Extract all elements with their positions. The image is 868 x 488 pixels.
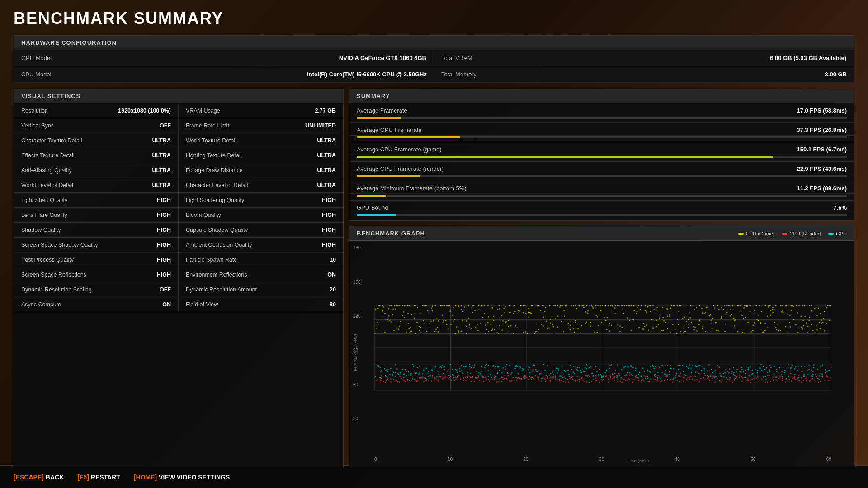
cpu-game-dot	[667, 316, 668, 317]
cpu-game-dot	[560, 305, 561, 307]
cpu-game-dot	[684, 316, 685, 318]
cpu-render-dot	[394, 380, 395, 381]
cpu-render-dot	[502, 377, 504, 378]
cpu-game-dot	[383, 306, 384, 308]
gpu-dot	[600, 374, 601, 375]
cpu-game-dot	[550, 322, 551, 324]
cpu-game-dot	[738, 305, 740, 307]
gpu-dot	[603, 375, 604, 376]
gpu-dot	[678, 369, 679, 370]
gpu-dot	[453, 375, 454, 376]
gpu-dot	[577, 367, 578, 368]
cpu-render-dot	[390, 381, 392, 383]
gpu-dot	[511, 372, 513, 373]
gpu-dot	[443, 373, 444, 374]
gpu-dot	[620, 377, 622, 379]
cpu-game-dot	[721, 318, 722, 319]
cpu-render-dot	[486, 380, 487, 381]
gpu-dot	[516, 365, 517, 366]
cpu-game-dot	[419, 330, 420, 331]
gpu-dot	[684, 374, 685, 375]
gpu-dot	[422, 373, 423, 375]
cpu-render-dot	[782, 378, 783, 379]
cpu-game-dot	[407, 313, 409, 314]
cpu-game-dot	[772, 307, 774, 308]
cpu-render-dot	[709, 380, 710, 381]
gpu-dot	[807, 374, 809, 375]
cpu-render-dot	[769, 375, 770, 376]
x-label: 50	[750, 457, 755, 462]
cpu-render-dot	[514, 381, 515, 383]
cpu-game-dot	[538, 329, 539, 330]
cpu-game-dot	[428, 314, 429, 315]
cpu-game-dot	[829, 305, 830, 307]
gpu-dot	[400, 372, 401, 374]
cpu-game-dot	[615, 305, 616, 307]
cpu-game-dot	[702, 328, 703, 329]
cpu-game-dot	[712, 318, 713, 319]
gpu-dot	[598, 374, 599, 375]
cpu-game-dot	[750, 311, 751, 312]
cpu-game-dot	[636, 313, 637, 314]
cpu-game-dot	[618, 305, 620, 307]
cpu-render-dot	[552, 378, 553, 380]
cpu-render-dot	[420, 377, 422, 378]
cpu-game-dot	[656, 319, 658, 321]
cpu-game-dot	[752, 325, 754, 326]
setting-label: World Level of Detail	[21, 182, 73, 188]
setting-value: OFF	[160, 286, 171, 293]
cpu-render-dot	[812, 378, 813, 379]
cpu-game-dot	[802, 305, 803, 307]
cpu-game-dot	[704, 313, 705, 314]
cpu-render-dot	[603, 379, 604, 380]
gpu-dot	[479, 375, 481, 376]
gpu-dot	[547, 376, 548, 378]
gpu-dot	[528, 369, 529, 371]
cpu-game-dot	[783, 312, 784, 313]
cpu-render-dot	[565, 381, 566, 383]
cpu-render-dot	[686, 378, 688, 380]
cpu-game-dot	[774, 322, 775, 323]
cpu-game-dot	[491, 305, 492, 307]
cpu-game-dot	[589, 305, 590, 307]
gpu-dot	[619, 375, 620, 376]
cpu-render-dot	[761, 378, 763, 380]
gpu-dot	[491, 377, 492, 378]
cpu-game-dot	[636, 328, 637, 329]
gpu-dot	[529, 372, 531, 374]
gpu-dot	[448, 369, 449, 370]
gpu-dot	[752, 370, 753, 371]
gpu-dot	[481, 371, 482, 372]
gpu-dot	[478, 372, 480, 374]
setting-row: Resolution1920x1080 (100.0%)	[14, 103, 179, 118]
cpu-game-dot	[713, 305, 714, 307]
cpu-game-dot	[646, 324, 648, 326]
gpu-dot	[476, 371, 477, 372]
cpu-render-dot	[722, 379, 724, 380]
gpu-dot	[577, 370, 578, 371]
setting-row: Dynamic Resolution ScalingOFF	[14, 282, 179, 297]
main-container: BENCHMARK SUMMARY HARDWARE CONFIGURATION…	[0, 0, 868, 488]
cpu-game-dot	[743, 307, 745, 309]
cpu-game-dot	[678, 311, 679, 312]
legend-label: GPU	[836, 231, 847, 236]
cpu-render-dot	[454, 380, 455, 381]
gpu-dot	[699, 365, 700, 366]
cpu-game-dot	[477, 330, 479, 331]
cpu-game-dot	[391, 321, 392, 323]
cpu-game-dot	[494, 329, 495, 330]
cpu-game-dot	[800, 316, 802, 317]
cpu-render-dot	[625, 375, 627, 377]
cpu-render-dot	[638, 377, 639, 379]
cpu-render-dot	[529, 376, 530, 377]
setting-row: World Level of DetailULTRA	[14, 178, 179, 193]
cpu-game-dot	[542, 305, 544, 307]
cpu-render-dot	[704, 375, 706, 376]
cpu-render-dot	[746, 380, 748, 381]
cpu-render-dot	[603, 376, 604, 377]
cpu-render-dot	[683, 381, 684, 383]
gpu-dot	[583, 371, 585, 372]
gpu-dot	[763, 366, 764, 367]
gpu-dot	[584, 371, 585, 373]
cpu-game-dot	[829, 320, 830, 321]
